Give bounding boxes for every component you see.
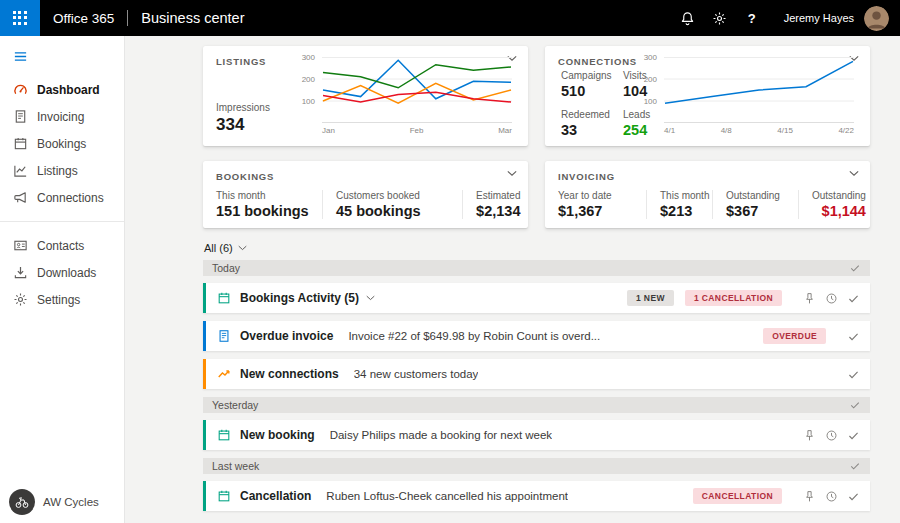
stat-label: This month bbox=[216, 190, 322, 201]
company-logo bbox=[9, 489, 35, 515]
stat-value: $2,134 bbox=[476, 203, 520, 219]
chevron-down-icon[interactable] bbox=[849, 170, 859, 177]
user-name[interactable]: Jeremy Hayes bbox=[784, 12, 854, 24]
download-icon bbox=[13, 265, 28, 280]
check-icon[interactable] bbox=[847, 490, 860, 503]
feed-filter[interactable]: All (6) bbox=[204, 242, 247, 254]
check-icon[interactable] bbox=[847, 368, 860, 381]
sidebar-item-bookings[interactable]: Bookings bbox=[0, 130, 124, 157]
stat-value: $1,144 bbox=[812, 203, 866, 219]
brand-label[interactable]: Office 365 bbox=[53, 11, 114, 26]
sidebar-item-contacts[interactable]: Contacts bbox=[0, 232, 124, 259]
status-badge: 1 CANCELLATION bbox=[685, 290, 782, 306]
feed-group-yesterday: YesterdayNew bookingDaisy Philips made a… bbox=[203, 397, 870, 450]
metric-value: 334 bbox=[216, 115, 270, 135]
item-actions bbox=[847, 330, 860, 343]
sidebar-item-label: Bookings bbox=[37, 137, 86, 151]
y-tick-label: 200 bbox=[644, 75, 657, 84]
y-axis: 300200100 bbox=[642, 57, 664, 123]
snooze-icon[interactable] bbox=[825, 429, 838, 442]
avatar[interactable] bbox=[864, 6, 889, 31]
snooze-icon[interactable] bbox=[825, 292, 838, 305]
stat-label: Year to date bbox=[558, 190, 646, 201]
page-title: Business center bbox=[141, 10, 244, 26]
invoicing-stats: Year to date$1,367This month$213Outstand… bbox=[558, 190, 857, 219]
calendar-icon bbox=[217, 291, 231, 305]
card-title: LISTINGS bbox=[216, 56, 266, 67]
check-icon[interactable] bbox=[849, 399, 861, 411]
bookings-card: BOOKINGS This month151 bookingsCustomers… bbox=[203, 161, 528, 228]
stat-label: Campaigns bbox=[561, 70, 613, 81]
pin-icon[interactable] bbox=[803, 292, 816, 305]
calendar-icon bbox=[217, 428, 231, 442]
sidebar-item-label: Connections bbox=[37, 191, 104, 205]
plot-area bbox=[322, 57, 512, 123]
activity-title: Cancellation bbox=[240, 489, 311, 503]
check-icon[interactable] bbox=[847, 292, 860, 305]
feed-group-title: Last week bbox=[212, 460, 259, 472]
topbar: Office 365 Business center ? Jeremy Haye… bbox=[0, 0, 900, 36]
list-item[interactable]: New bookingDaisy Philips made a booking … bbox=[203, 420, 870, 450]
stat-year-to-date: Year to date$1,367 bbox=[558, 190, 646, 219]
stat-customers-booked: Customers booked45 bookings bbox=[322, 190, 462, 219]
activity-title: Bookings Activity (5) bbox=[240, 291, 359, 305]
stat-label: Customers booked bbox=[336, 190, 462, 201]
list-item[interactable]: New connections34 new customers today bbox=[203, 359, 870, 389]
check-icon[interactable] bbox=[849, 460, 861, 472]
calendar-icon bbox=[13, 136, 28, 151]
app-launcher-icon[interactable] bbox=[0, 0, 40, 36]
dashboard-icon bbox=[13, 82, 28, 97]
feed-group-header: Yesterday bbox=[203, 397, 870, 413]
snooze-icon[interactable] bbox=[825, 490, 838, 503]
status-badge: OVERDUE bbox=[763, 328, 826, 344]
sidebar-item-invoicing[interactable]: Invoicing bbox=[0, 103, 124, 130]
connections-card: CONNECTIONS Campaigns510Visits104Redeeme… bbox=[545, 46, 870, 146]
chevron-down-icon[interactable] bbox=[366, 295, 375, 301]
sidebar-item-settings[interactable]: Settings bbox=[0, 286, 124, 313]
status-badge: CANCELLATION bbox=[693, 488, 782, 504]
x-tick-label: 4/22 bbox=[838, 126, 854, 135]
list-item[interactable]: Bookings Activity (5)1 NEW1 CANCELLATION bbox=[203, 283, 870, 313]
stat-label: Redeemed bbox=[561, 109, 613, 120]
check-icon[interactable] bbox=[849, 262, 861, 274]
pin-icon[interactable] bbox=[803, 429, 816, 442]
status-badge: 1 NEW bbox=[627, 290, 674, 306]
x-tick-label: 4/8 bbox=[721, 126, 732, 135]
activity-description: Invoice #22 of $649.98 by Robin Count is… bbox=[348, 330, 600, 342]
chevron-down-icon[interactable] bbox=[507, 170, 517, 177]
y-axis: 300200100 bbox=[300, 57, 322, 123]
check-icon[interactable] bbox=[847, 429, 860, 442]
help-icon[interactable]: ? bbox=[736, 0, 768, 36]
invoice-icon bbox=[217, 329, 231, 343]
x-tick-label: 4/15 bbox=[777, 126, 793, 135]
company-footer: AW Cycles bbox=[0, 481, 124, 523]
list-item[interactable]: CancellationRuben Loftus-Cheek cancelled… bbox=[203, 481, 870, 511]
check-icon[interactable] bbox=[847, 330, 860, 343]
feed-group-last-week: Last weekCancellationRuben Loftus-Cheek … bbox=[203, 458, 870, 511]
waffle-grid bbox=[13, 11, 28, 26]
stat-value: $367 bbox=[726, 203, 798, 219]
sidebar-item-connections[interactable]: Connections bbox=[0, 184, 124, 211]
sidebar-item-listings[interactable]: Listings bbox=[0, 157, 124, 184]
item-actions bbox=[847, 368, 860, 381]
stat-outstanding: Outstanding$367 bbox=[712, 190, 798, 219]
sidebar-item-label: Downloads bbox=[37, 266, 96, 280]
activity-feed: All (6) TodayBookings Activity (5)1 NEW1… bbox=[203, 242, 870, 511]
list-item[interactable]: Overdue invoiceInvoice #22 of $649.98 by… bbox=[203, 321, 870, 351]
bell-icon[interactable] bbox=[672, 0, 704, 36]
menu-icon[interactable] bbox=[0, 36, 124, 76]
connections-chart: 300200100 4/14/84/154/22 bbox=[642, 57, 854, 135]
stat-estimated: Estimated$2,134 bbox=[462, 190, 520, 219]
stat-label: Outstanding bbox=[812, 190, 866, 201]
pin-icon[interactable] bbox=[803, 490, 816, 503]
invoicing-card: INVOICING Year to date$1,367This month$2… bbox=[545, 161, 870, 228]
sidebar-item-dashboard[interactable]: Dashboard bbox=[0, 76, 124, 103]
sidebar-item-label: Contacts bbox=[37, 239, 84, 253]
series-green bbox=[323, 65, 511, 88]
gear-icon[interactable] bbox=[704, 0, 736, 36]
main-content: LISTINGS Impressions 334 300200100 JanFe… bbox=[125, 36, 900, 523]
y-tick-label: 300 bbox=[644, 53, 657, 62]
sidebar-item-downloads[interactable]: Downloads bbox=[0, 259, 124, 286]
sidebar: DashboardInvoicingBookingsListingsConnec… bbox=[0, 36, 125, 523]
card-title: CONNECTIONS bbox=[558, 56, 637, 67]
